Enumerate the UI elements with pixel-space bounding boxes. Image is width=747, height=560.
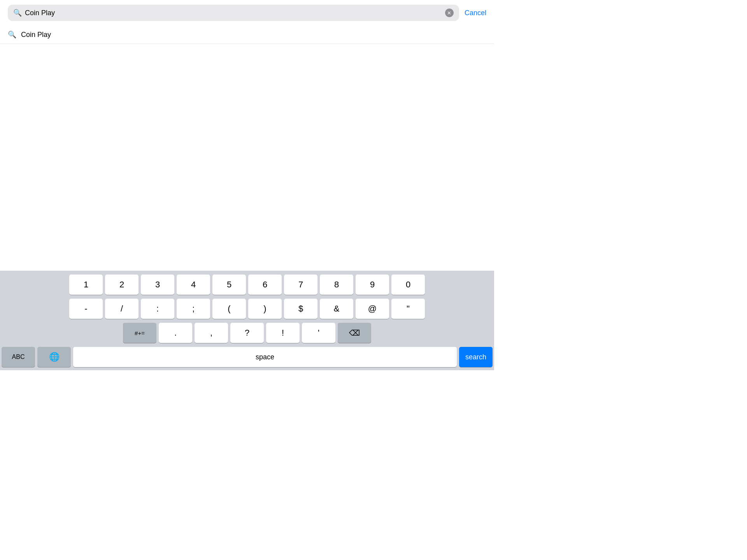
key-semicolon[interactable]: ;	[177, 299, 210, 319]
keyboard-row-1: 1 2 3 4 5 6 7 8 9 0	[2, 275, 493, 295]
key-period[interactable]: .	[159, 323, 192, 343]
key-9[interactable]: 9	[356, 275, 389, 295]
clear-button[interactable]: ✕	[445, 9, 454, 17]
result-search-icon: 🔍	[8, 30, 16, 39]
search-bar-area: 🔍 Coin Play ✕ Cancel	[0, 0, 494, 26]
key-apostrophe[interactable]: '	[302, 323, 335, 343]
clear-icon: ✕	[447, 10, 451, 16]
key-colon[interactable]: :	[141, 299, 174, 319]
keyboard-row-2: - / : ; ( ) $ & @ "	[2, 299, 493, 319]
key-minus[interactable]: -	[69, 299, 103, 319]
globe-icon: 🌐	[49, 352, 60, 362]
keyboard-bottom-row: ABC 🌐 space search	[2, 347, 493, 367]
key-search[interactable]: search	[459, 347, 493, 367]
delete-icon: ⌫	[349, 328, 360, 338]
key-open-paren[interactable]: (	[212, 299, 246, 319]
key-space[interactable]: space	[73, 347, 457, 367]
key-hashplusEquals[interactable]: #+=	[123, 323, 156, 343]
key-ampersand[interactable]: &	[320, 299, 353, 319]
search-label: search	[465, 353, 486, 361]
key-globe[interactable]: 🌐	[37, 347, 71, 367]
key-0[interactable]: 0	[391, 275, 425, 295]
key-2[interactable]: 2	[105, 275, 139, 295]
key-exclamation[interactable]: !	[266, 323, 300, 343]
key-3[interactable]: 3	[141, 275, 174, 295]
key-7[interactable]: 7	[284, 275, 317, 295]
cancel-button[interactable]: Cancel	[465, 9, 486, 17]
key-comma[interactable]: ,	[195, 323, 228, 343]
delete-key[interactable]: ⌫	[338, 323, 371, 343]
abc-label: ABC	[12, 354, 25, 360]
search-input[interactable]: Coin Play	[25, 9, 442, 17]
search-input-wrapper[interactable]: 🔍 Coin Play ✕	[8, 5, 459, 21]
key-quote[interactable]: "	[391, 299, 425, 319]
search-icon: 🔍	[13, 9, 22, 17]
key-abc[interactable]: ABC	[2, 347, 35, 367]
search-result-row[interactable]: 🔍 Coin Play	[0, 26, 494, 44]
key-at[interactable]: @	[356, 299, 389, 319]
key-6[interactable]: 6	[248, 275, 282, 295]
key-4[interactable]: 4	[177, 275, 210, 295]
key-1[interactable]: 1	[69, 275, 103, 295]
key-question[interactable]: ?	[230, 323, 264, 343]
key-8[interactable]: 8	[320, 275, 353, 295]
space-label: space	[256, 353, 274, 361]
key-5[interactable]: 5	[212, 275, 246, 295]
key-slash[interactable]: /	[105, 299, 139, 319]
keyboard-row-3: #+= . , ? ! ' ⌫	[2, 323, 493, 343]
key-close-paren[interactable]: )	[248, 299, 282, 319]
content-area	[0, 44, 494, 223]
keyboard: 1 2 3 4 5 6 7 8 9 0 - / : ; ( ) $ & @ " …	[0, 271, 494, 370]
key-dollar[interactable]: $	[284, 299, 317, 319]
search-result-text: Coin Play	[21, 31, 51, 39]
